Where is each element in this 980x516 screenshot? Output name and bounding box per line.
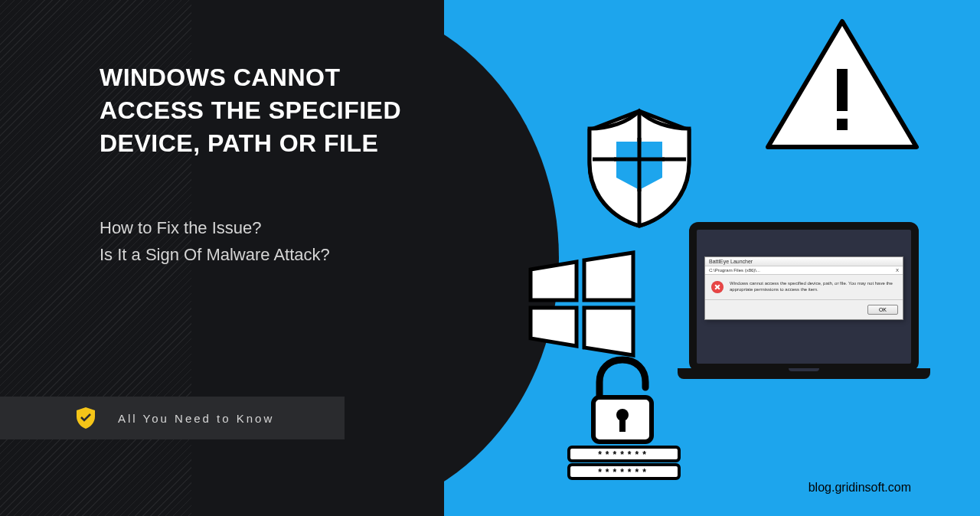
warning-triangle-icon (762, 15, 923, 153)
dialog-body: Windows cannot access the specified devi… (705, 275, 903, 299)
laptop-illustration: BattlEye Launcher C:\Program Files (x86)… (678, 222, 930, 406)
subtitle-line-1: How to Fix the Issue? (100, 214, 413, 241)
banner-text: All You Need to Know (118, 412, 274, 425)
windows-logo-icon (524, 245, 639, 360)
laptop-screen: BattlEye Launcher C:\Program Files (x86)… (689, 222, 919, 371)
dialog-message: Windows cannot access the specified devi… (730, 281, 897, 293)
banner-container: WINDOWS CANNOT ACCESS THE SPECIFIED DEVI… (0, 0, 980, 516)
svg-text:*******: ******* (598, 467, 650, 478)
error-dialog: BattlEye Launcher C:\Program Files (x86)… (704, 256, 903, 320)
blog-url: blog.gridinsoft.com (808, 481, 911, 495)
close-icon: X (896, 268, 899, 273)
dialog-path-text: C:\Program Files (x86)\... (709, 268, 760, 273)
padlock-password-icon: ******* ******* (563, 355, 685, 482)
illustration-area: BattlEye Launcher C:\Program Files (x86)… (444, 0, 980, 516)
svg-rect-6 (837, 119, 848, 130)
svg-rect-9 (619, 418, 626, 432)
svg-text:*******: ******* (598, 449, 650, 460)
bottom-bar: All You Need to Know (0, 397, 345, 439)
subtitle-block: How to Fix the Issue? Is It a Sign Of Ma… (100, 214, 413, 268)
laptop-notch (789, 368, 819, 371)
ok-button: OK (867, 305, 898, 315)
error-x-icon (711, 281, 724, 293)
text-content: WINDOWS CANNOT ACCESS THE SPECIFIED DEVI… (0, 0, 444, 268)
laptop-base (678, 368, 930, 379)
shield-check-icon (77, 407, 95, 429)
dialog-path-bar: C:\Program Files (x86)\... X (705, 266, 903, 275)
defender-shield-icon (582, 107, 697, 230)
dialog-title: BattlEye Launcher (705, 257, 903, 266)
svg-rect-5 (837, 69, 848, 111)
right-panel: BattlEye Launcher C:\Program Files (x86)… (444, 0, 980, 516)
dialog-footer: OK (705, 299, 903, 319)
subtitle-line-2: Is It a Sign Of Malware Attack? (100, 241, 413, 268)
main-title: WINDOWS CANNOT ACCESS THE SPECIFIED DEVI… (100, 61, 413, 161)
left-panel: WINDOWS CANNOT ACCESS THE SPECIFIED DEVI… (0, 0, 444, 516)
